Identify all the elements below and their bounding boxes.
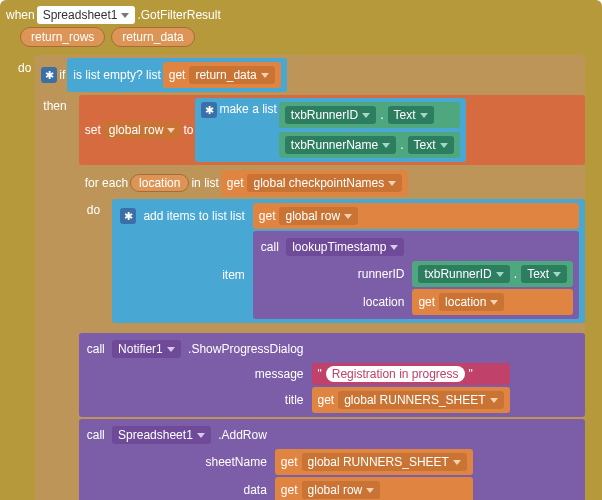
event-block[interactable]: when Spreadsheet1 .GotFilterResult retur… [0, 0, 602, 500]
text-literal[interactable]: "Registration in progress" [312, 363, 510, 385]
prop-txbRunnerName-text[interactable]: txbRunnerName . Text [279, 132, 460, 158]
is-list-empty-block[interactable]: is list empty? list get return_data [67, 58, 286, 92]
get-runners-sheet[interactable]: get global RUNNERS_SHEET [275, 449, 473, 475]
call-lookupTimestamp[interactable]: call lookupTimestamp runnerID txbRunnerI… [253, 231, 579, 319]
set-global-row[interactable]: set global row to ✱ make a list txbRunne… [79, 95, 585, 165]
get-location[interactable]: get location [412, 289, 573, 315]
foreach-var[interactable]: location [130, 174, 189, 192]
do-kw: do [18, 55, 31, 500]
get-global-row[interactable]: get global row [253, 203, 579, 229]
call-notifier-progress[interactable]: call Notifier1 .ShowProgressDialog messa… [79, 333, 585, 417]
event-method: .GotFilterResult [137, 8, 220, 22]
make-a-list-block[interactable]: ✱ make a list txbRunnerID . Text [195, 98, 465, 162]
get-global-row[interactable]: get global row [275, 477, 473, 500]
if-kw: if [59, 68, 65, 82]
get-return-data[interactable]: get return_data [163, 62, 281, 88]
gear-icon[interactable]: ✱ [201, 102, 217, 118]
when-kw: when [6, 8, 35, 22]
gear-icon[interactable]: ✱ [41, 67, 57, 83]
get-runners-sheet[interactable]: get global RUNNERS_SHEET [312, 387, 510, 413]
event-param[interactable]: return_rows [20, 27, 105, 47]
foreach-block[interactable]: for each location in list get global che… [79, 167, 585, 331]
event-component-dd[interactable]: Spreadsheet1 [37, 6, 136, 24]
call-spreadsheet-addrow[interactable]: call Spreadsheet1 .AddRow sheetName get … [79, 419, 585, 500]
prop-txbRunnerID-text[interactable]: txbRunnerID . Text [279, 102, 460, 128]
prop-txbRunnerID-text[interactable]: txbRunnerID . Text [412, 261, 573, 287]
then-kw: then [35, 95, 74, 500]
get-checkpointNames[interactable]: get global checkpointNames [221, 170, 408, 196]
gear-icon[interactable]: ✱ [120, 208, 136, 224]
event-param[interactable]: return_data [111, 27, 194, 47]
if-block[interactable]: ✱ if is list empty? list get return_data… [35, 55, 585, 500]
add-items-to-list[interactable]: ✱ add items to list list get global row … [112, 199, 585, 323]
do-kw: do [79, 199, 108, 323]
